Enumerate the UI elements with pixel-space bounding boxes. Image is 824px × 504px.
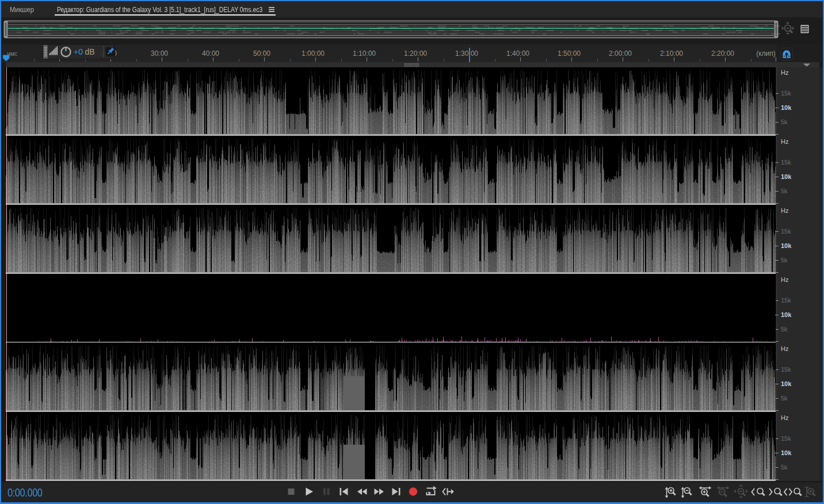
svg-text:10k: 10k bbox=[781, 311, 792, 318]
svg-text:Hz: Hz bbox=[781, 276, 788, 283]
svg-text:15k: 15k bbox=[781, 435, 791, 442]
svg-text:10k: 10k bbox=[781, 380, 792, 387]
svg-text:5k: 5k bbox=[781, 119, 788, 125]
svg-text:10k: 10k bbox=[781, 173, 792, 180]
svg-text:5k: 5k bbox=[781, 395, 788, 402]
svg-text:+0: +0 bbox=[74, 47, 83, 56]
svg-text:Hz: Hz bbox=[781, 138, 788, 145]
svg-text:5k: 5k bbox=[781, 188, 788, 194]
svg-text:Hz: Hz bbox=[781, 345, 788, 352]
svg-text:10k: 10k bbox=[781, 449, 792, 456]
svg-text:Hz: Hz bbox=[781, 414, 788, 421]
svg-text:15k: 15k bbox=[781, 228, 791, 235]
svg-text:5k: 5k bbox=[781, 464, 788, 471]
svg-text:Hz: Hz bbox=[781, 207, 788, 214]
svg-text:10k: 10k bbox=[781, 104, 792, 111]
svg-text:dB: dB bbox=[85, 47, 95, 56]
svg-text:5k: 5k bbox=[781, 257, 788, 264]
svg-text:15k: 15k bbox=[781, 366, 791, 373]
svg-text:Hz: Hz bbox=[781, 69, 788, 76]
svg-text:15k: 15k bbox=[781, 90, 791, 97]
svg-text:15k: 15k bbox=[781, 297, 791, 304]
svg-text:15k: 15k bbox=[781, 159, 791, 166]
svg-text:5k: 5k bbox=[781, 326, 788, 333]
svg-text:10k: 10k bbox=[781, 242, 792, 249]
